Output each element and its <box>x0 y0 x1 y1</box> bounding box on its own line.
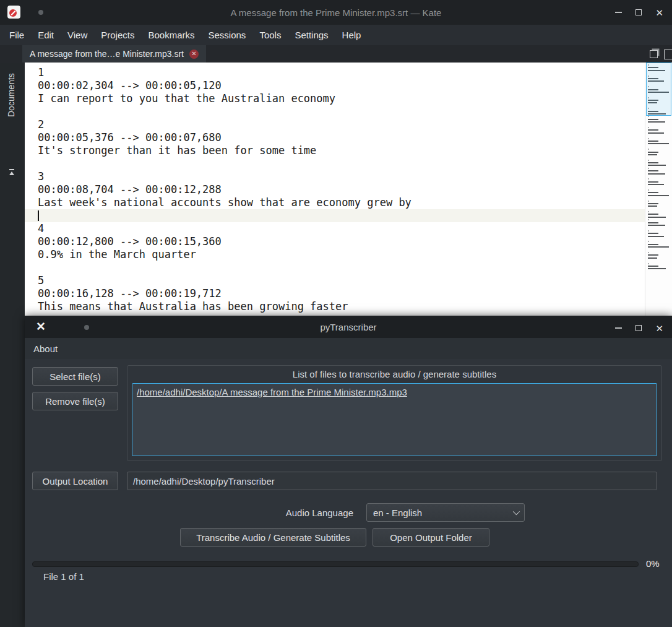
minimap-row <box>648 236 664 237</box>
kate-window-title: A message from the Prime Minister.mp3.sr… <box>0 7 672 18</box>
menu-edit[interactable]: Edit <box>31 26 61 44</box>
minimap-row <box>648 201 648 202</box>
tabbar-actions <box>650 48 672 59</box>
minimap-row <box>648 143 669 144</box>
editor-line: 1 <box>25 66 645 79</box>
minimap-row <box>648 257 657 259</box>
minimap-row <box>648 214 658 215</box>
select-files-button[interactable]: Select file(s) <box>32 367 118 386</box>
output-location-button[interactable]: Output Location <box>32 472 118 490</box>
audio-language-select[interactable]: en - English <box>366 503 525 522</box>
open-output-folder-button[interactable]: Open Output Folder <box>373 528 489 547</box>
menu-tools[interactable]: Tools <box>252 26 288 44</box>
menu-about[interactable]: About <box>25 340 66 358</box>
editor-line: It's stronger than it has been for some … <box>25 144 645 157</box>
menu-view[interactable]: View <box>61 26 94 44</box>
pytranscriber-menubar: About <box>25 338 672 359</box>
minimap-row <box>648 132 664 134</box>
pytranscriber-window-title: pyTranscriber <box>25 322 672 332</box>
minimize-icon[interactable] <box>615 327 622 329</box>
close-icon[interactable]: ✕ <box>35 321 47 333</box>
minimap-row <box>648 184 664 185</box>
progress-bar <box>32 561 639 567</box>
minimap-row <box>648 222 658 223</box>
minimap-row <box>648 121 665 123</box>
expand-icon <box>8 169 15 176</box>
audio-language-selected: en - English <box>373 508 422 518</box>
kate-tabbar: A message from the…e Minister.mp3.srt ✕ <box>0 45 672 63</box>
minimap-row <box>648 266 658 267</box>
file-status-label: File 1 of 1 <box>43 571 84 582</box>
maximize-icon[interactable] <box>635 9 642 15</box>
kate-menubar: File Edit View Projects Bookmarks Sessio… <box>0 25 672 45</box>
file-list-item[interactable]: /home/adhi/Desktop/A message from the Pr… <box>137 387 652 397</box>
tab-close-icon[interactable]: ✕ <box>189 50 199 59</box>
editor-line: 5 <box>25 274 645 287</box>
file-list-group: List of files to transcribe audio / gene… <box>127 365 662 461</box>
pytranscriber-titlebar[interactable]: ✕ pyTranscriber ✕ <box>25 316 672 338</box>
transcribe-button[interactable]: Transcribe Audio / Generate Subtitles <box>180 528 366 547</box>
minimap-row <box>648 138 648 139</box>
minimap-row <box>648 268 666 269</box>
close-icon[interactable]: ✕ <box>655 8 663 17</box>
editor-line: 00:00:05,376 --> 00:00:07,680 <box>25 131 645 144</box>
pytranscriber-window-controls: ✕ <box>615 316 663 340</box>
minimap-row <box>648 170 658 171</box>
close-icon[interactable]: ✕ <box>655 324 663 333</box>
minimap-row <box>648 119 658 120</box>
menu-settings[interactable]: Settings <box>288 26 335 44</box>
remove-files-button[interactable]: Remove file(s) <box>32 392 118 410</box>
minimap-row <box>648 203 658 204</box>
minimap-row <box>648 168 648 169</box>
minimap-row <box>648 178 648 179</box>
editor-line: 00:00:08,704 --> 00:00:12,288 <box>25 183 645 196</box>
duplicate-view-icon[interactable] <box>650 50 658 58</box>
minimap-row <box>648 141 658 142</box>
minimap-row <box>648 241 648 242</box>
minimap-row <box>648 225 665 226</box>
desktop: A message from the Prime Minister.mp3.sr… <box>0 0 672 627</box>
minimap-row <box>648 230 648 231</box>
editor-line: 00:00:16,128 --> 00:00:19,712 <box>25 287 645 300</box>
minimap-row <box>648 233 658 234</box>
menu-bookmarks[interactable]: Bookmarks <box>141 26 201 44</box>
tab-document[interactable]: A message from the…e Minister.mp3.srt ✕ <box>22 45 206 63</box>
minimap-row <box>648 219 648 220</box>
sidebar-tab-documents[interactable]: Documents <box>0 63 25 186</box>
minimap-row <box>648 149 648 150</box>
minimap-row <box>648 165 666 166</box>
minimap-row <box>648 211 648 212</box>
menu-sessions[interactable]: Sessions <box>202 26 253 44</box>
editor-line: This means that Australia has been growi… <box>25 300 645 313</box>
kate-app-icon <box>7 6 20 19</box>
menu-help[interactable]: Help <box>335 26 368 44</box>
chevron-down-icon <box>513 508 520 515</box>
editor-line: Last week's national accounts show that … <box>25 196 645 209</box>
kate-titlebar[interactable]: A message from the Prime Minister.mp3.sr… <box>0 0 672 25</box>
minimap-viewport-indicator[interactable] <box>646 63 671 116</box>
kate-window-controls: ✕ <box>615 0 663 25</box>
minimap-row <box>648 244 658 245</box>
minimap-row <box>648 127 648 128</box>
editor-line: 0.9% in the March quarter <box>25 248 645 261</box>
sidebar-documents-label: Documents <box>6 73 16 117</box>
menu-file[interactable]: File <box>2 26 31 44</box>
maximize-icon[interactable] <box>635 325 642 331</box>
minimap-row <box>648 181 658 183</box>
audio-language-label: Audio Language <box>273 508 353 518</box>
file-list[interactable]: /home/adhi/Desktop/A message from the Pr… <box>132 383 657 456</box>
split-view-icon[interactable] <box>664 50 672 59</box>
editor-line: 2 <box>25 118 645 131</box>
text-cursor <box>38 210 39 221</box>
minimap-row <box>648 217 666 218</box>
output-location-field[interactable]: /home/adhi/Desktop/pyTranscriber <box>127 472 657 490</box>
minimap-row <box>648 192 658 193</box>
minimap-row <box>648 252 648 253</box>
minimap-row <box>648 160 648 161</box>
editor-line <box>25 157 645 170</box>
editor-line: I can report to you that the Australian … <box>25 92 645 105</box>
minimap-row <box>648 162 658 163</box>
minimap-row <box>648 195 669 196</box>
minimize-icon[interactable] <box>615 12 622 13</box>
menu-projects[interactable]: Projects <box>94 26 141 44</box>
